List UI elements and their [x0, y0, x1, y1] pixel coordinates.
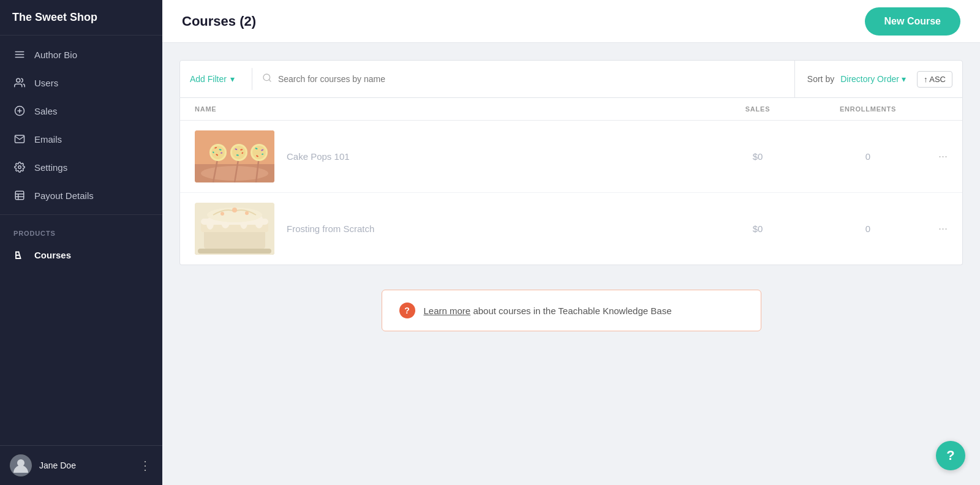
course-sales: $0 — [703, 151, 813, 162]
search-input[interactable] — [278, 74, 794, 84]
learn-more-link[interactable]: Learn more — [424, 306, 471, 316]
row-actions-button[interactable]: ··· — [923, 150, 948, 163]
new-course-button[interactable]: New Course — [865, 7, 960, 36]
sidebar-item-courses[interactable]: Courses — [0, 241, 162, 269]
column-header-name: NAME — [195, 105, 703, 113]
kb-text-suffix: about courses in the Teachable Knowledge… — [470, 306, 671, 316]
sort-chevron-icon: ▾ — [902, 74, 906, 84]
course-enrollments: 0 — [813, 224, 923, 234]
sidebar-item-payout-details[interactable]: Payout Details — [0, 181, 162, 209]
topbar: Courses (2) New Course — [162, 0, 980, 43]
column-header-enrollments: ENROLLMENTS — [813, 105, 923, 113]
products-section-label: PRODUCTS — [0, 220, 162, 241]
users-icon — [13, 77, 26, 89]
filter-bar: Add Filter ▾ Sort by Directory Order ▾ — [179, 60, 963, 98]
courses-table: NAME SALES ENROLLMENTS — [179, 98, 963, 265]
gear-icon — [13, 161, 26, 173]
table-icon — [13, 189, 26, 201]
svg-point-34 — [232, 146, 246, 159]
sidebar-item-users[interactable]: Users — [0, 69, 162, 97]
svg-point-3 — [17, 78, 20, 82]
main-content: Courses (2) New Course Add Filter ▾ Sort… — [162, 0, 980, 485]
mail-icon — [13, 133, 26, 145]
knowledge-base-banner: ? Learn more about courses in the Teacha… — [382, 290, 761, 331]
row-actions-button[interactable]: ··· — [923, 222, 948, 235]
sidebar-item-label: Emails — [34, 134, 62, 145]
help-circle-icon: ? — [399, 303, 415, 318]
sidebar-item-emails[interactable]: Emails — [0, 125, 162, 153]
add-filter-button[interactable]: Add Filter ▾ — [190, 69, 242, 89]
sort-by-label: Sort by — [807, 74, 834, 84]
course-name: Frosting from Scratch — [287, 224, 374, 234]
course-thumbnail — [195, 130, 274, 182]
svg-point-57 — [245, 211, 249, 215]
sidebar-item-label: Users — [34, 78, 58, 88]
sidebar-item-label: Sales — [34, 106, 58, 116]
search-icon — [262, 73, 272, 85]
footer-menu-dots[interactable]: ⋮ — [139, 458, 153, 473]
sidebar-footer[interactable]: Jane Doe ⋮ — [0, 445, 162, 485]
course-name-cell: Frosting from Scratch — [195, 203, 703, 255]
course-name: Cake Pops 101 — [287, 151, 350, 162]
add-filter-label: Add Filter — [190, 74, 227, 84]
sidebar-nav: Author Bio Users Sales — [0, 36, 162, 445]
chevron-down-icon: ▾ — [230, 74, 235, 84]
svg-point-56 — [232, 208, 237, 212]
svg-rect-8 — [15, 191, 24, 200]
sidebar-item-label: Courses — [34, 250, 71, 260]
sort-section: Sort by Directory Order ▾ ↑ ASC — [794, 61, 952, 97]
sidebar-item-sales[interactable]: Sales — [0, 97, 162, 125]
column-header-actions — [923, 105, 948, 113]
search-wrap — [262, 73, 794, 85]
courses-icon — [13, 249, 26, 261]
sidebar-item-author-bio[interactable]: Author Bio — [0, 40, 162, 69]
footer-username: Jane Doe — [39, 461, 132, 470]
course-sales: $0 — [703, 224, 813, 234]
kb-text: Learn more about courses in the Teachabl… — [424, 306, 672, 316]
help-button[interactable]: ? — [936, 441, 965, 470]
svg-rect-58 — [198, 249, 271, 254]
svg-point-7 — [18, 166, 21, 169]
table-row[interactable]: Frosting from Scratch $0 0 ··· — [180, 193, 962, 265]
app-title: The Sweet Shop — [0, 0, 162, 36]
svg-point-55 — [221, 212, 224, 216]
svg-point-41 — [252, 146, 266, 159]
course-thumbnail — [195, 203, 274, 255]
course-enrollments: 0 — [813, 151, 923, 162]
sort-select-button[interactable]: Directory Order ▾ — [840, 74, 906, 84]
sidebar: The Sweet Shop Author Bio Users — [0, 0, 162, 485]
sidebar-item-settings[interactable]: Settings — [0, 153, 162, 181]
filter-divider — [252, 68, 252, 90]
sidebar-item-label: Settings — [34, 162, 67, 173]
page-title: Courses (2) — [182, 13, 256, 29]
course-name-cell: Cake Pops 101 — [195, 130, 703, 182]
svg-line-20 — [269, 80, 271, 81]
sort-order-button[interactable]: ↑ ASC — [917, 71, 952, 88]
list-icon — [13, 48, 26, 61]
table-header: NAME SALES ENROLLMENTS — [180, 98, 962, 121]
sidebar-item-label: Payout Details — [34, 190, 94, 201]
column-header-sales: SALES — [703, 105, 813, 113]
sidebar-item-label: Author Bio — [34, 50, 77, 60]
table-row[interactable]: Cake Pops 101 $0 0 ··· — [180, 121, 962, 193]
sort-value: Directory Order — [840, 74, 899, 84]
sort-order-label: ↑ ASC — [924, 75, 946, 84]
content-area: Add Filter ▾ Sort by Directory Order ▾ — [162, 43, 980, 485]
dollar-icon — [13, 105, 26, 117]
avatar — [10, 454, 32, 476]
